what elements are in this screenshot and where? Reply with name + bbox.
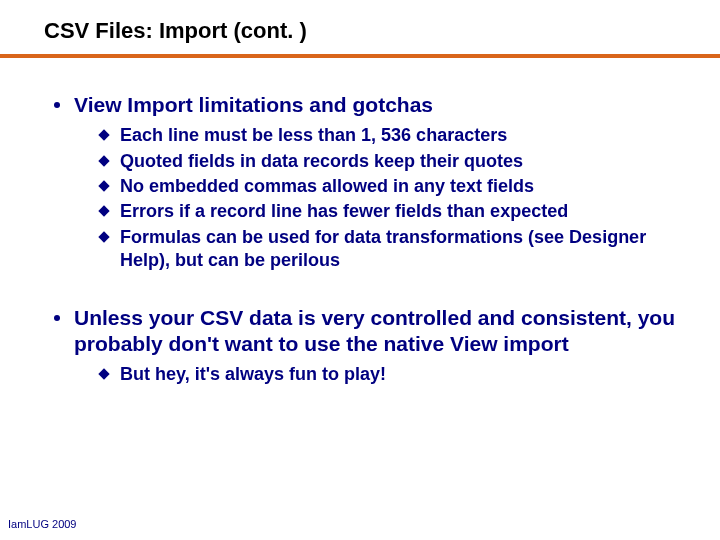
bullet-diamond-icon [98, 180, 109, 191]
bullet-text: No embedded commas allowed in any text f… [120, 175, 534, 198]
bullet-level2: Each line must be less than 1, 536 chara… [100, 124, 684, 147]
bullet-text: Formulas can be used for data transforma… [120, 226, 684, 273]
bullet-level2: Formulas can be used for data transforma… [100, 226, 684, 273]
bullet-text: Errors if a record line has fewer fields… [120, 200, 568, 223]
bullet-text: Each line must be less than 1, 536 chara… [120, 124, 507, 147]
divider [0, 54, 720, 58]
bullet-level2: But hey, it's always fun to play! [100, 363, 684, 386]
bullet-text: Unless your CSV data is very controlled … [74, 305, 684, 358]
bullet-diamond-icon [98, 155, 109, 166]
bullet-dot-icon [54, 102, 60, 108]
bullet-diamond-icon [98, 206, 109, 217]
slide: CSV Files: Import (cont. ) [0, 0, 720, 44]
bullet-level2: No embedded commas allowed in any text f… [100, 175, 684, 198]
bullet-diamond-icon [98, 130, 109, 141]
bullet-text: View Import limitations and gotchas [74, 92, 433, 118]
slide-title: CSV Files: Import (cont. ) [44, 18, 684, 44]
bullet-diamond-icon [98, 231, 109, 242]
bullet-dot-icon [54, 315, 60, 321]
bullet-level1: Unless your CSV data is very controlled … [54, 305, 684, 358]
slide-content: View Import limitations and gotchas Each… [0, 52, 720, 386]
bullet-level2: Errors if a record line has fewer fields… [100, 200, 684, 223]
bullet-text: Quoted fields in data records keep their… [120, 150, 523, 173]
bullet-text: But hey, it's always fun to play! [120, 363, 386, 386]
footer-text: IamLUG 2009 [8, 518, 76, 530]
bullet-level1: View Import limitations and gotchas [54, 92, 684, 118]
bullet-diamond-icon [98, 368, 109, 379]
bullet-level2: Quoted fields in data records keep their… [100, 150, 684, 173]
